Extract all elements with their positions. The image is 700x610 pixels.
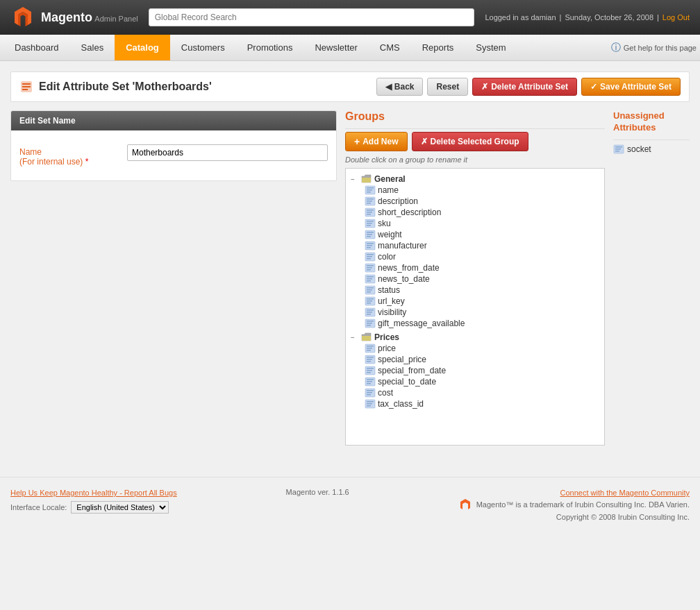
tree-item-status[interactable]: status xyxy=(363,285,601,296)
logo-area: Magento Admin Panel xyxy=(10,5,138,30)
nav-dashboard[interactable]: Dashboard xyxy=(3,35,70,60)
svg-rect-43 xyxy=(367,291,371,293)
tree-item-news-to-date[interactable]: news_to_date xyxy=(363,273,601,285)
item-status-label: status xyxy=(378,285,400,295)
tree-item-url-key[interactable]: url_key xyxy=(363,296,601,307)
tree-item-color[interactable]: color xyxy=(363,251,601,262)
item-sku-label: sku xyxy=(378,219,391,228)
tree-item-sku[interactable]: sku xyxy=(363,218,601,229)
general-group-label: General xyxy=(374,174,406,184)
toggle-prices-icon[interactable]: − xyxy=(351,334,359,341)
version-area: Magento ver. 1.1.6 xyxy=(286,488,349,496)
nav-system[interactable]: System xyxy=(465,35,517,60)
back-button[interactable]: ◀ Back xyxy=(376,78,424,96)
help-link[interactable]: ⓘ Get help for this page xyxy=(611,35,697,60)
svg-rect-17 xyxy=(367,221,374,222)
item-icon xyxy=(365,230,376,239)
svg-rect-14 xyxy=(367,212,372,213)
bug-report-link[interactable]: Help Us Keep Magento Healthy - Report Al… xyxy=(10,489,177,497)
item-icon xyxy=(365,399,376,409)
item-icon xyxy=(365,185,376,195)
back-arrow-icon: ◀ xyxy=(385,82,392,92)
delete-attribute-set-button[interactable]: ✗ Delete Attribute Set xyxy=(472,78,577,96)
nav-sales[interactable]: Sales xyxy=(70,35,115,60)
nav-customers[interactable]: Customers xyxy=(170,35,236,60)
svg-rect-13 xyxy=(367,210,374,211)
tree-item-special-price[interactable]: special_price xyxy=(363,354,601,365)
item-icon xyxy=(365,263,376,273)
groups-actions: + Add New ✗ Delete Selected Group xyxy=(345,132,605,151)
groups-tree[interactable]: − General xyxy=(345,168,605,446)
item-icon xyxy=(365,307,376,317)
tree-item-short-description[interactable]: short_description xyxy=(363,207,601,218)
svg-rect-46 xyxy=(367,300,372,302)
page-title: Edit Attribute Set 'Motherboards' xyxy=(39,81,212,93)
svg-rect-50 xyxy=(367,312,372,313)
tree-item-description[interactable]: description xyxy=(363,196,601,207)
save-attribute-set-button[interactable]: ✓ Save Attribute Set xyxy=(581,78,681,96)
tree-item-manufacturer[interactable]: manufacturer xyxy=(363,240,601,251)
tree-item-special-to-date[interactable]: special_to_date xyxy=(363,376,601,387)
svg-rect-71 xyxy=(367,383,371,384)
community-link[interactable]: Connect with the Magento Community xyxy=(560,489,690,497)
footer-right: Connect with the Magento Community Magen… xyxy=(458,488,690,521)
prices-children: price special_price xyxy=(363,343,601,409)
footer-left: Help Us Keep Magento Healthy - Report Al… xyxy=(10,488,177,514)
delete-selected-group-button[interactable]: ✗ Delete Selected Group xyxy=(412,132,528,151)
tree-item-tax-class-id[interactable]: tax_class_id xyxy=(363,398,601,409)
item-icon xyxy=(365,219,376,228)
tree-item-news-from-date[interactable]: news_from_date xyxy=(363,262,601,273)
global-search-input[interactable] xyxy=(149,8,475,26)
svg-rect-11 xyxy=(367,203,371,204)
version-text: Magento ver. 1.1.6 xyxy=(286,488,349,496)
set-name-input[interactable] xyxy=(127,144,328,161)
svg-rect-1 xyxy=(22,83,31,85)
edit-set-icon xyxy=(19,80,33,94)
tree-item-gift-message[interactable]: gift_message_available xyxy=(363,318,601,329)
svg-rect-18 xyxy=(367,223,372,224)
svg-rect-30 xyxy=(367,256,372,257)
required-star: * xyxy=(85,157,89,167)
svg-rect-51 xyxy=(367,314,371,315)
name-sublabel: (For internal use) * xyxy=(19,157,117,167)
header-info: Logged in as damian | Sunday, October 26… xyxy=(485,13,690,22)
svg-rect-37 xyxy=(367,276,374,278)
item-icon xyxy=(365,344,376,353)
help-icon: ⓘ xyxy=(611,42,621,54)
item-icon xyxy=(365,274,376,284)
svg-rect-22 xyxy=(367,234,372,235)
nav-cms[interactable]: CMS xyxy=(369,35,411,60)
locale-select[interactable]: English (United States) xyxy=(71,501,169,514)
main-content: Edit Attribute Set 'Motherboards' ◀ Back… xyxy=(0,61,700,456)
nav-newsletter[interactable]: Newsletter xyxy=(303,35,368,60)
tree-item-visibility[interactable]: visibility xyxy=(363,307,601,318)
tree-group-prices[interactable]: − Prices xyxy=(349,332,601,343)
tree-item-special-from-date[interactable]: special_from_date xyxy=(363,365,601,376)
general-children: name description xyxy=(363,185,601,329)
svg-rect-41 xyxy=(367,287,374,289)
svg-rect-3 xyxy=(22,89,28,90)
add-new-group-button[interactable]: + Add New xyxy=(345,132,408,151)
reset-button[interactable]: Reset xyxy=(427,78,468,96)
tree-item-name[interactable]: name xyxy=(363,185,601,196)
logo-subtitle: Admin Panel xyxy=(94,15,138,23)
nav-catalog[interactable]: Catalog xyxy=(115,35,170,60)
toggle-general-icon[interactable]: − xyxy=(351,176,359,183)
item-icon xyxy=(365,196,376,206)
item-icon xyxy=(365,366,376,375)
back-label: Back xyxy=(394,82,415,92)
tree-group-general[interactable]: − General xyxy=(349,173,601,185)
tree-item-price[interactable]: price xyxy=(363,343,601,354)
delete-group-label: Delete Selected Group xyxy=(431,137,519,146)
nav-reports[interactable]: Reports xyxy=(411,35,465,60)
tree-node-prices: − Prices xyxy=(349,330,601,411)
logged-in-text: Logged in as damian xyxy=(485,13,556,22)
delete-group-icon: ✗ xyxy=(421,137,428,146)
name-label-area: Name (For internal use) * xyxy=(19,144,117,167)
unassigned-item-socket[interactable]: socket xyxy=(613,143,690,155)
add-icon: + xyxy=(354,136,360,147)
nav-promotions[interactable]: Promotions xyxy=(236,35,304,60)
tree-item-cost[interactable]: cost xyxy=(363,387,601,398)
logout-link[interactable]: Log Out xyxy=(662,13,690,22)
tree-item-weight[interactable]: weight xyxy=(363,229,601,240)
